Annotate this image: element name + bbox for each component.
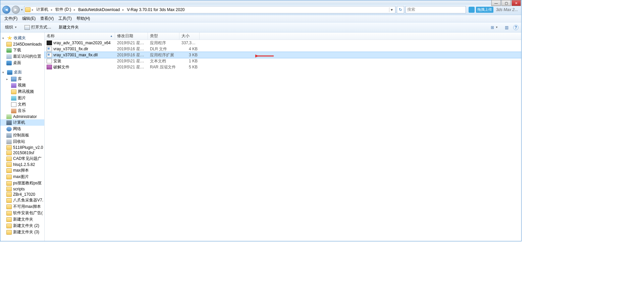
star-icon [7, 36, 12, 41]
address-bar[interactable]: ▸ 计算机 ▸ 软件 (D:) ▸ BaiduNetdiskDownload ▸… [24, 6, 395, 13]
file-icon [47, 59, 52, 63]
sidebar-item[interactable]: 视频 [0, 82, 44, 88]
minimize-button[interactable]: — [491, 0, 501, 6]
file-date: 2019\5\21 星期... [115, 58, 148, 64]
sidebar-item-label: ZBr4_17020 [13, 192, 35, 197]
refresh-button[interactable]: ↻ [397, 6, 404, 13]
sidebar-item[interactable]: ZBr4_17020 [0, 192, 44, 197]
sidebar-item[interactable]: 图片 [0, 95, 44, 101]
collapse-icon: ▾ [2, 71, 6, 74]
sidebar-item[interactable]: 新建文件夹 [0, 216, 44, 223]
sidebar-item[interactable]: 下载 [0, 47, 44, 53]
menu-view[interactable]: 查看(V) [38, 15, 56, 22]
sidebar-item-label: 控制面板 [13, 132, 29, 138]
sidebar[interactable]: ▾ 收藏夹 2345Downloads下载最近访问的位置桌面 ▾ 桌面 ▸库视频… [0, 33, 45, 241]
view-mode-button[interactable]: ⊞ ▼ [489, 24, 500, 31]
breadcrumb[interactable]: BaiduNetdiskDownload [77, 6, 121, 13]
breadcrumb[interactable]: 软件 (D:) [54, 6, 72, 13]
menu-help[interactable]: 帮助(H) [74, 15, 92, 22]
sidebar-desktop-header[interactable]: ▾ 桌面 [0, 69, 44, 76]
sidebar-item-label: max脚本 [13, 168, 29, 173]
forward-button[interactable]: ► [12, 6, 20, 14]
sidebar-item[interactable]: ps抠图教程ps抠 [0, 180, 44, 186]
sidebar-item[interactable]: 新建文件夹 (2) [0, 223, 44, 229]
menu-bar: 文件(F) 编辑(E) 查看(V) 工具(T) 帮助(H) [0, 15, 521, 22]
back-button[interactable]: ◄ [2, 6, 10, 14]
help-button[interactable]: ? [513, 25, 519, 30]
breadcrumb[interactable]: V-Ray 3.70.01 for 3ds Max 2020 [125, 6, 186, 13]
sidebar-item-label: 新建文件夹 (2) [13, 223, 39, 229]
history-dropdown[interactable]: ▾ [21, 8, 23, 11]
file-row[interactable]: vray_v37001_fix.dlr 2019\5\16 星期... DLR … [45, 46, 521, 52]
sidebar-item[interactable]: hlsq1.2.5.82 [0, 162, 44, 167]
preview-pane-button[interactable]: ▥ [503, 24, 511, 31]
address-dropdown[interactable]: ▾ [389, 7, 394, 12]
sidebar-item[interactable]: 2345Downloads [0, 42, 44, 47]
collapse-icon: ▾ [2, 37, 6, 40]
sidebar-item[interactable]: 腾讯视频 [0, 88, 44, 95]
taskbar-hint: 3ds Max 2... [495, 7, 519, 12]
sidebar-item-label: Administrator [13, 114, 37, 119]
file-type: 文本文档 [148, 58, 179, 64]
file-name: 破解文件 [53, 64, 69, 70]
organize-button[interactable]: 组织 ▼ [3, 23, 19, 31]
open-with-button[interactable]: 打开方式… [22, 23, 53, 31]
column-type[interactable]: 类型 [148, 33, 179, 40]
sidebar-item[interactable]: 计算机 [0, 119, 44, 126]
sidebar-item-label: 5118Plugin_v2.0 [13, 145, 43, 150]
search-input[interactable]: 搜索 [406, 6, 466, 13]
column-size[interactable]: 大小 [179, 33, 200, 40]
sidebar-item[interactable]: Administrator [0, 114, 44, 119]
sidebar-item[interactable]: 回收站 [0, 138, 44, 145]
sidebar-item[interactable]: 文档 [0, 101, 44, 108]
chevron-down-icon: ▼ [14, 26, 17, 29]
menu-edit[interactable]: 编辑(E) [20, 15, 38, 22]
menu-tools[interactable]: 工具(T) [56, 15, 73, 22]
file-row[interactable]: 破解文件 2019\5\21 星期... RAR 压缩文件 5 KB [45, 64, 521, 70]
sidebar-item[interactable]: 5118Plugin_v2.0 [0, 145, 44, 150]
sidebar-item[interactable]: max图片 [0, 174, 44, 180]
sidebar-item[interactable]: scripts [0, 186, 44, 192]
close-button[interactable]: ✕ [512, 0, 521, 6]
file-icon [47, 53, 52, 57]
file-type: 应用程序扩展 [148, 52, 179, 58]
maximize-button[interactable]: ▢ [501, 0, 511, 6]
sidebar-item[interactable]: 音乐 [0, 108, 44, 114]
sidebar-item[interactable]: CAD常见问题广 [0, 156, 44, 162]
menu-file[interactable]: 文件(F) [2, 15, 19, 22]
sidebar-item[interactable]: 控制面板 [0, 132, 44, 138]
sort-ascending-icon: ▲ [110, 35, 113, 38]
file-name: 安装 [53, 58, 61, 64]
folder-icon [25, 7, 31, 12]
sidebar-favorites-header[interactable]: ▾ 收藏夹 [0, 35, 44, 42]
sidebar-item[interactable]: 八爪鱼采集器V7. [0, 197, 44, 203]
sidebar-item-label: 文档 [18, 102, 26, 107]
drag-upload-button[interactable]: 拖拽上传 [476, 7, 493, 13]
folder-icon [11, 90, 16, 94]
new-folder-button[interactable]: 新建文件夹 [57, 23, 81, 31]
file-date: 2019\5\21 星期... [115, 64, 148, 70]
toolbar: 组织 ▼ 打开方式… 新建文件夹 ⊞ ▼ ▥ ? [0, 22, 521, 33]
sidebar-item[interactable]: 最近访问的位置 [0, 53, 44, 60]
folder-icon [6, 192, 12, 197]
sidebar-item[interactable]: 软件安装包广告( [0, 210, 44, 216]
sidebar-item[interactable]: 网络 [0, 126, 44, 132]
sidebar-item-label: scripts [13, 187, 25, 191]
sidebar-item[interactable]: max脚本 [0, 167, 44, 174]
sidebar-item[interactable]: 新建文件夹 (3) [0, 229, 44, 235]
cloud-icon[interactable] [469, 7, 475, 13]
column-date[interactable]: 修改日期 [115, 33, 148, 40]
file-row[interactable]: 安装 2019\5\21 星期... 文本文档 1 KB [45, 58, 521, 64]
column-name[interactable]: 名称 ▲ [45, 33, 115, 40]
sidebar-item[interactable]: ▸库 [0, 76, 44, 82]
bin-icon [6, 139, 12, 144]
net-icon [6, 127, 12, 131]
sidebar-item[interactable]: 不可用max脚本 [0, 203, 44, 210]
sidebar-item-label: 网络 [13, 126, 21, 132]
sidebar-item[interactable]: 桌面 [0, 60, 44, 66]
sidebar-item[interactable]: 20150819sf [0, 150, 44, 156]
new-folder-label: 新建文件夹 [59, 24, 79, 30]
breadcrumb[interactable]: 计算机 [35, 6, 50, 13]
file-row[interactable]: vray_v37001_max_fix.dll 2019\5\16 星期... … [45, 52, 521, 58]
file-row[interactable]: vray_adv_37001_max2020_x64 2019\5\21 星期.… [45, 40, 521, 46]
